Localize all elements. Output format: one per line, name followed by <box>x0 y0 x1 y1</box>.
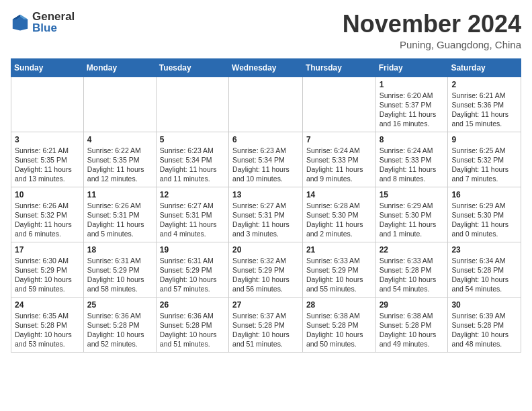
week-row-4: 24Sunrise: 6:35 AMSunset: 5:28 PMDayligh… <box>11 297 521 352</box>
day-info: Sunrise: 6:21 AMSunset: 5:36 PMDaylight:… <box>451 91 517 129</box>
logo: General Blue <box>11 11 75 34</box>
day-info: Sunrise: 6:28 AMSunset: 5:30 PMDaylight:… <box>306 201 372 239</box>
table-cell: 16Sunrise: 6:29 AMSunset: 5:30 PMDayligh… <box>448 187 521 242</box>
day-number: 19 <box>160 245 225 255</box>
table-cell: 19Sunrise: 6:31 AMSunset: 5:29 PMDayligh… <box>156 242 228 297</box>
day-number: 30 <box>451 300 517 310</box>
day-info: Sunrise: 6:31 AMSunset: 5:29 PMDaylight:… <box>160 256 225 294</box>
table-cell <box>11 77 84 132</box>
table-cell <box>302 77 375 132</box>
day-number: 18 <box>87 245 152 255</box>
day-info: Sunrise: 6:25 AMSunset: 5:32 PMDaylight:… <box>451 146 517 184</box>
table-cell: 18Sunrise: 6:31 AMSunset: 5:29 PMDayligh… <box>83 242 156 297</box>
location: Puning, Guangdong, China <box>343 39 521 50</box>
col-monday: Monday <box>83 58 156 77</box>
day-number: 8 <box>380 135 445 144</box>
logo-general-text: General <box>32 11 75 22</box>
day-number: 14 <box>306 190 372 199</box>
day-info: Sunrise: 6:23 AMSunset: 5:34 PMDaylight:… <box>160 146 225 184</box>
logo-text: General Blue <box>32 11 75 34</box>
logo-icon <box>11 13 30 32</box>
day-number: 9 <box>451 135 517 144</box>
day-info: Sunrise: 6:36 AMSunset: 5:28 PMDaylight:… <box>160 311 225 349</box>
table-cell: 17Sunrise: 6:30 AMSunset: 5:29 PMDayligh… <box>11 242 84 297</box>
table-cell: 26Sunrise: 6:36 AMSunset: 5:28 PMDayligh… <box>156 297 228 352</box>
col-friday: Friday <box>375 58 448 77</box>
day-number: 10 <box>15 190 80 199</box>
table-cell: 5Sunrise: 6:23 AMSunset: 5:34 PMDaylight… <box>156 132 228 187</box>
table-cell: 7Sunrise: 6:24 AMSunset: 5:33 PMDaylight… <box>302 132 375 187</box>
day-number: 4 <box>87 135 152 144</box>
day-info: Sunrise: 6:20 AMSunset: 5:37 PMDaylight:… <box>380 91 445 129</box>
table-cell: 23Sunrise: 6:34 AMSunset: 5:28 PMDayligh… <box>448 242 521 297</box>
week-row-2: 10Sunrise: 6:26 AMSunset: 5:32 PMDayligh… <box>11 187 521 242</box>
day-info: Sunrise: 6:39 AMSunset: 5:28 PMDaylight:… <box>451 311 517 349</box>
page: General Blue November 2024 Puning, Guang… <box>0 0 532 359</box>
table-cell: 9Sunrise: 6:25 AMSunset: 5:32 PMDaylight… <box>448 132 521 187</box>
day-info: Sunrise: 6:35 AMSunset: 5:28 PMDaylight:… <box>15 311 80 349</box>
day-info: Sunrise: 6:27 AMSunset: 5:31 PMDaylight:… <box>232 201 299 239</box>
day-info: Sunrise: 6:31 AMSunset: 5:29 PMDaylight:… <box>87 256 152 294</box>
day-info: Sunrise: 6:24 AMSunset: 5:33 PMDaylight:… <box>306 146 372 184</box>
day-info: Sunrise: 6:21 AMSunset: 5:35 PMDaylight:… <box>15 146 80 184</box>
table-cell: 20Sunrise: 6:32 AMSunset: 5:29 PMDayligh… <box>229 242 303 297</box>
day-info: Sunrise: 6:29 AMSunset: 5:30 PMDaylight:… <box>451 201 517 239</box>
day-number: 2 <box>451 80 517 89</box>
day-info: Sunrise: 6:32 AMSunset: 5:29 PMDaylight:… <box>232 256 299 294</box>
day-info: Sunrise: 6:27 AMSunset: 5:31 PMDaylight:… <box>160 201 225 239</box>
col-tuesday: Tuesday <box>156 58 228 77</box>
day-number: 28 <box>306 300 372 310</box>
week-row-1: 3Sunrise: 6:21 AMSunset: 5:35 PMDaylight… <box>11 132 521 187</box>
svg-marker-0 <box>13 15 28 31</box>
table-cell: 24Sunrise: 6:35 AMSunset: 5:28 PMDayligh… <box>11 297 84 352</box>
table-cell: 14Sunrise: 6:28 AMSunset: 5:30 PMDayligh… <box>302 187 375 242</box>
day-info: Sunrise: 6:33 AMSunset: 5:29 PMDaylight:… <box>306 256 372 294</box>
day-info: Sunrise: 6:36 AMSunset: 5:28 PMDaylight:… <box>87 311 152 349</box>
table-cell: 11Sunrise: 6:26 AMSunset: 5:31 PMDayligh… <box>83 187 156 242</box>
logo-blue-text: Blue <box>32 22 75 34</box>
table-cell: 4Sunrise: 6:22 AMSunset: 5:35 PMDaylight… <box>83 132 156 187</box>
day-info: Sunrise: 6:24 AMSunset: 5:33 PMDaylight:… <box>380 146 445 184</box>
day-info: Sunrise: 6:23 AMSunset: 5:34 PMDaylight:… <box>232 146 299 184</box>
table-cell: 25Sunrise: 6:36 AMSunset: 5:28 PMDayligh… <box>83 297 156 352</box>
day-info: Sunrise: 6:26 AMSunset: 5:32 PMDaylight:… <box>15 201 80 239</box>
col-saturday: Saturday <box>448 58 521 77</box>
day-number: 20 <box>232 245 299 255</box>
table-cell: 10Sunrise: 6:26 AMSunset: 5:32 PMDayligh… <box>11 187 84 242</box>
day-number: 3 <box>15 135 80 144</box>
table-cell: 21Sunrise: 6:33 AMSunset: 5:29 PMDayligh… <box>302 242 375 297</box>
table-cell: 6Sunrise: 6:23 AMSunset: 5:34 PMDaylight… <box>229 132 303 187</box>
table-cell: 15Sunrise: 6:29 AMSunset: 5:30 PMDayligh… <box>375 187 448 242</box>
table-cell <box>229 77 303 132</box>
day-number: 24 <box>15 300 80 310</box>
day-number: 13 <box>232 190 299 199</box>
day-number: 27 <box>232 300 299 310</box>
day-info: Sunrise: 6:29 AMSunset: 5:30 PMDaylight:… <box>380 201 445 239</box>
day-number: 15 <box>380 190 445 199</box>
col-sunday: Sunday <box>11 58 84 77</box>
table-cell <box>83 77 156 132</box>
day-info: Sunrise: 6:38 AMSunset: 5:28 PMDaylight:… <box>306 311 372 349</box>
day-info: Sunrise: 6:34 AMSunset: 5:28 PMDaylight:… <box>451 256 517 294</box>
table-cell: 12Sunrise: 6:27 AMSunset: 5:31 PMDayligh… <box>156 187 228 242</box>
header: General Blue November 2024 Puning, Guang… <box>11 11 521 50</box>
col-thursday: Thursday <box>302 58 375 77</box>
day-number: 17 <box>15 245 80 255</box>
day-info: Sunrise: 6:37 AMSunset: 5:28 PMDaylight:… <box>232 311 299 349</box>
day-info: Sunrise: 6:38 AMSunset: 5:28 PMDaylight:… <box>380 311 445 349</box>
table-cell <box>156 77 228 132</box>
day-number: 23 <box>451 245 517 255</box>
month-title: November 2024 <box>343 11 521 38</box>
day-number: 16 <box>451 190 517 199</box>
day-number: 29 <box>380 300 445 310</box>
day-number: 5 <box>160 135 225 144</box>
day-number: 26 <box>160 300 225 310</box>
week-row-3: 17Sunrise: 6:30 AMSunset: 5:29 PMDayligh… <box>11 242 521 297</box>
day-info: Sunrise: 6:22 AMSunset: 5:35 PMDaylight:… <box>87 146 152 184</box>
col-wednesday: Wednesday <box>229 58 303 77</box>
day-number: 25 <box>87 300 152 310</box>
table-cell: 1Sunrise: 6:20 AMSunset: 5:37 PMDaylight… <box>375 77 448 132</box>
table-cell: 22Sunrise: 6:33 AMSunset: 5:28 PMDayligh… <box>375 242 448 297</box>
table-cell: 3Sunrise: 6:21 AMSunset: 5:35 PMDaylight… <box>11 132 84 187</box>
table-cell: 13Sunrise: 6:27 AMSunset: 5:31 PMDayligh… <box>229 187 303 242</box>
